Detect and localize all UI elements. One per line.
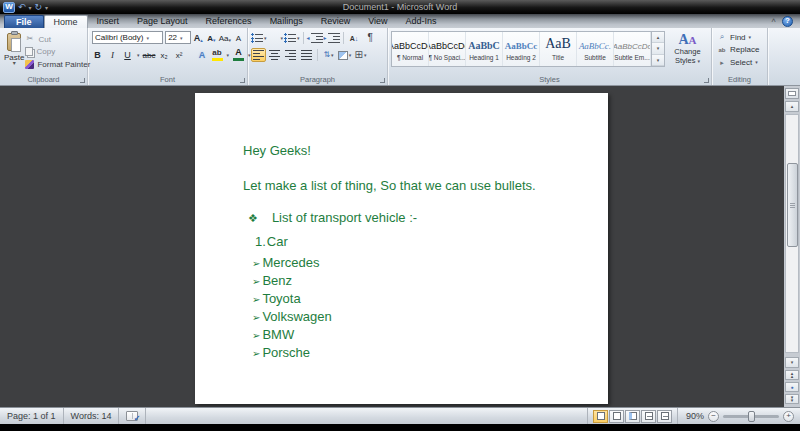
style-subtitle[interactable]: AaBbCc. Subtitle bbox=[577, 32, 614, 66]
align-right-button[interactable] bbox=[283, 48, 298, 62]
proofing-status-button[interactable]: ✓ bbox=[119, 408, 146, 424]
paragraph-dialog-launcher[interactable] bbox=[380, 78, 385, 83]
doc-arrow-item[interactable]: ➢ Benz bbox=[252, 272, 568, 290]
undo-button[interactable]: ↶ bbox=[18, 3, 26, 12]
select-button[interactable]: ▸ Select ▾ bbox=[717, 57, 767, 67]
borders-button[interactable]: ⊞ ▾ bbox=[353, 48, 368, 62]
underline-dropdown-icon[interactable]: ▾ bbox=[137, 52, 140, 58]
ruler-toggle-button[interactable] bbox=[785, 88, 799, 99]
numbering-button[interactable]: ▾ bbox=[268, 31, 284, 45]
doc-arrow-item[interactable]: ➢ Mercedes bbox=[252, 254, 568, 272]
text-effects-button[interactable]: A bbox=[197, 48, 208, 61]
tab-insert[interactable]: Insert bbox=[88, 15, 129, 28]
clear-formatting-button[interactable]: A bbox=[233, 31, 244, 44]
shading-button[interactable]: ▾ bbox=[337, 48, 352, 62]
doc-arrow-item[interactable]: ➢ Toyota bbox=[252, 290, 568, 308]
format-painter-button[interactable]: Format Painter bbox=[24, 59, 90, 69]
zoom-out-button[interactable]: − bbox=[708, 411, 719, 422]
align-center-button[interactable] bbox=[267, 48, 282, 62]
doc-arrow-item[interactable]: ➢ BMW bbox=[252, 326, 568, 344]
highlight-dropdown-icon[interactable]: ▾ bbox=[227, 52, 230, 58]
style-normal[interactable]: AaBbCcDc ¶ Normal bbox=[392, 32, 429, 66]
justify-button[interactable] bbox=[299, 48, 314, 62]
doc-numbered-item[interactable]: 1. Car bbox=[255, 234, 568, 249]
grow-font-button[interactable]: A ▴ bbox=[193, 31, 204, 44]
view-outline-button[interactable] bbox=[641, 410, 656, 423]
select-browse-object-button[interactable]: ● bbox=[785, 382, 799, 392]
font-dialog-launcher[interactable] bbox=[240, 78, 245, 83]
styles-gallery-expand-icon[interactable]: ▾ bbox=[652, 55, 664, 66]
change-case-button[interactable]: Aa ▾ bbox=[219, 31, 231, 44]
vertical-scrollbar[interactable]: ▴ ▾ ▴▴ ● ▾▾ bbox=[784, 86, 800, 407]
paste-button[interactable]: Paste ▾ bbox=[4, 31, 24, 69]
scroll-up-button[interactable]: ▴ bbox=[785, 101, 799, 112]
multilevel-list-button[interactable]: ▾ bbox=[284, 31, 300, 45]
clipboard-dialog-launcher[interactable] bbox=[80, 78, 85, 83]
doc-arrow-item[interactable]: ➢ Porsche bbox=[252, 344, 568, 362]
next-page-button[interactable]: ▾▾ bbox=[785, 394, 799, 404]
zoom-slider-thumb[interactable] bbox=[748, 411, 755, 422]
tab-references[interactable]: References bbox=[197, 15, 261, 28]
highlight-button[interactable]: ab bbox=[212, 48, 223, 61]
strikethrough-button[interactable]: abc bbox=[144, 48, 155, 61]
zoom-in-button[interactable]: + bbox=[783, 411, 794, 422]
paste-dropdown-icon[interactable]: ▾ bbox=[13, 62, 16, 65]
document-page[interactable]: Hey Geeks! Let make a list of thing, So … bbox=[195, 93, 608, 404]
scroll-down-button[interactable]: ▾ bbox=[785, 357, 799, 368]
italic-button[interactable]: I bbox=[107, 48, 118, 61]
sort-button[interactable]: A ↓ bbox=[347, 31, 362, 45]
style-heading-2[interactable]: AaBbCc Heading 2 bbox=[503, 32, 540, 66]
redo-button[interactable]: ↻ bbox=[35, 3, 43, 12]
tab-add-ins[interactable]: Add-Ins bbox=[397, 15, 446, 28]
doc-arrow-item[interactable]: ➢ Volkswagen bbox=[252, 308, 568, 326]
view-draft-button[interactable] bbox=[657, 410, 672, 423]
doc-paragraph-2[interactable]: Let make a list of thing, So that we can… bbox=[243, 178, 568, 194]
align-left-button[interactable] bbox=[251, 48, 266, 62]
replace-button[interactable]: ab Replace bbox=[717, 45, 767, 55]
page-count[interactable]: Page: 1 of 1 bbox=[0, 408, 64, 424]
cut-button[interactable]: ✂ Cut bbox=[24, 34, 90, 44]
bullets-button[interactable]: ▾ bbox=[251, 31, 267, 45]
styles-dialog-launcher[interactable] bbox=[704, 78, 709, 83]
font-color-button[interactable]: A bbox=[233, 48, 244, 61]
styles-scroll-up-icon[interactable]: ▴ bbox=[652, 32, 664, 43]
scrollbar-thumb[interactable] bbox=[787, 163, 798, 247]
view-web-layout-button[interactable] bbox=[625, 410, 640, 423]
scrollbar-track[interactable] bbox=[785, 114, 799, 353]
subscript-button[interactable]: x₂ bbox=[159, 48, 170, 61]
doc-bullet-item-diamond[interactable]: ❖ List of transport vehicle :- bbox=[248, 210, 568, 225]
zoom-level[interactable]: 90% bbox=[684, 411, 704, 421]
change-styles-button[interactable]: AA Change Styles ▾ bbox=[665, 31, 710, 67]
copy-button[interactable]: Copy bbox=[24, 47, 90, 57]
font-family-select[interactable]: Calibri (Body) ▾ bbox=[92, 31, 163, 44]
tab-view[interactable]: View bbox=[359, 15, 396, 28]
zoom-slider-track[interactable] bbox=[723, 415, 779, 418]
tab-mailings[interactable]: Mailings bbox=[261, 15, 312, 28]
undo-dropdown-icon[interactable]: ▾ bbox=[29, 4, 32, 11]
tab-page-layout[interactable]: Page Layout bbox=[128, 15, 197, 28]
help-button[interactable]: ? bbox=[782, 16, 793, 27]
tab-home[interactable]: Home bbox=[44, 15, 88, 28]
style-subtle-emphasis[interactable]: AaBbCcDc Subtle Em... bbox=[614, 32, 651, 66]
style-title[interactable]: AaB Title bbox=[540, 32, 577, 66]
customize-qat-button[interactable]: ▾ bbox=[45, 4, 48, 11]
word-count[interactable]: Words: 14 bbox=[64, 408, 120, 424]
view-print-layout-button[interactable] bbox=[593, 410, 608, 423]
bold-button[interactable]: B bbox=[92, 48, 103, 61]
tab-review[interactable]: Review bbox=[312, 15, 360, 28]
previous-page-button[interactable]: ▴▴ bbox=[785, 370, 799, 380]
style-no-spacing[interactable]: AaBbCcDc ¶ No Spaci... bbox=[429, 32, 466, 66]
styles-scroll-down-icon[interactable]: ▾ bbox=[652, 43, 664, 54]
word-logo-icon[interactable]: W bbox=[3, 2, 15, 13]
increase-indent-button[interactable]: ▸ bbox=[324, 31, 340, 45]
decrease-indent-button[interactable]: ◂ bbox=[307, 31, 323, 45]
find-button[interactable]: ⌕ Find ▾ bbox=[717, 32, 767, 42]
minimize-ribbon-icon[interactable]: ˄ bbox=[771, 17, 776, 25]
shrink-font-button[interactable]: A ▾ bbox=[206, 31, 217, 44]
font-size-select[interactable]: 22 ▾ bbox=[165, 31, 191, 44]
view-full-screen-button[interactable] bbox=[609, 410, 624, 423]
style-heading-1[interactable]: AaBbC Heading 1 bbox=[466, 32, 503, 66]
underline-button[interactable]: U bbox=[122, 48, 133, 61]
tab-file[interactable]: File bbox=[4, 15, 44, 28]
show-hide-marks-button[interactable]: ¶ bbox=[363, 31, 378, 45]
